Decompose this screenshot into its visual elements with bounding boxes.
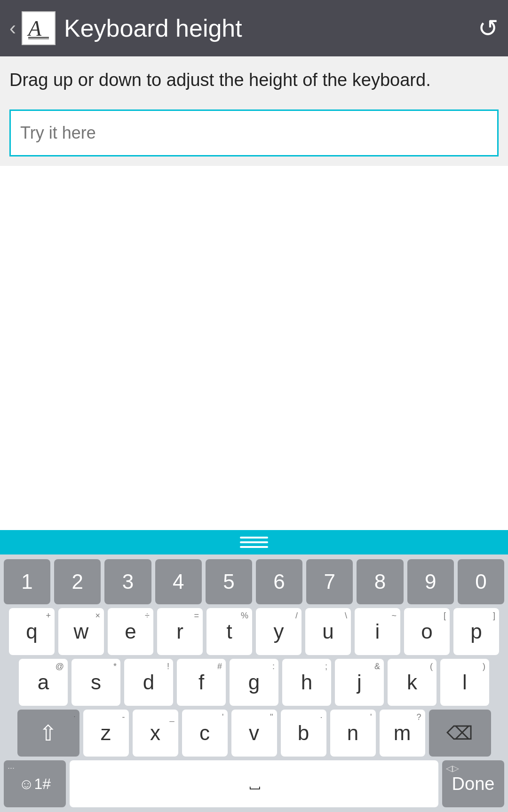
key-m[interactable]: ?m (380, 710, 425, 757)
key-sub-z: - (122, 712, 125, 722)
key-sub-x: _ (169, 712, 174, 722)
number-key-8[interactable]: 8 (357, 559, 403, 604)
key-sub-c: ' (222, 712, 223, 722)
key-u[interactable]: \u (305, 608, 351, 655)
number-key-7[interactable]: 7 (306, 559, 353, 604)
zxcv-row: ·⇧-z_x'c"v·b'n?m⌫ (4, 710, 504, 757)
drag-line-2 (240, 541, 268, 543)
key-sub-b: · (320, 712, 322, 722)
key-j[interactable]: &j (335, 659, 384, 706)
key-sub-u: \ (345, 611, 347, 621)
key-z[interactable]: -z (83, 710, 129, 757)
key-sub-q: + (46, 611, 51, 621)
key-f[interactable]: #f (177, 659, 226, 706)
key-sub-r: = (194, 611, 199, 621)
input-area (0, 102, 508, 166)
space-row: ··· ☺1# ⎵ ◁▷ Done (4, 760, 504, 807)
back-button[interactable]: ‹ (9, 17, 16, 39)
key-n[interactable]: 'n (330, 710, 376, 757)
description-text: Drag up or down to adjust the height of … (0, 56, 508, 102)
done-key[interactable]: ◁▷ Done (442, 760, 504, 807)
number-key-3[interactable]: 3 (104, 559, 151, 604)
key-w[interactable]: ×w (58, 608, 104, 655)
page-title: Keyboard height (64, 14, 478, 42)
svg-text:A: A (27, 16, 42, 40)
number-key-4[interactable]: 4 (155, 559, 202, 604)
keyboard-drag-handle[interactable] (0, 530, 508, 554)
done-label: Done (452, 774, 495, 794)
key-sub-h: ; (325, 662, 327, 671)
qwerty-row: +q×w÷e=r%t/y\u~i[o]p (4, 608, 504, 655)
key-sub-y: / (295, 611, 298, 621)
key-sub-m: ? (416, 712, 421, 722)
key-sub-g: : (272, 662, 275, 671)
content-spacer (0, 166, 508, 530)
key-g[interactable]: :g (230, 659, 278, 706)
header: ‹ A Keyboard height ↺ (0, 0, 508, 56)
key-r[interactable]: =r (157, 608, 203, 655)
key-v[interactable]: "v (231, 710, 277, 757)
number-key-5[interactable]: 5 (206, 559, 252, 604)
key-sub-p: ] (493, 611, 495, 621)
key-y[interactable]: /y (256, 608, 302, 655)
key-s[interactable]: *s (71, 659, 120, 706)
key-sub-j: & (374, 662, 380, 671)
key-b[interactable]: ·b (281, 710, 326, 757)
key-c[interactable]: 'c (182, 710, 228, 757)
key-sub-d: ! (167, 662, 169, 671)
delete-key[interactable]: ⌫ (429, 710, 491, 757)
key-sub-o: [ (444, 611, 446, 621)
key-sub-s: * (113, 662, 117, 671)
number-key-1[interactable]: 1 (4, 559, 50, 604)
key-sub-v: " (270, 712, 273, 722)
key-d[interactable]: !d (124, 659, 173, 706)
special-label: ☺1# (19, 775, 51, 793)
space-key[interactable]: ⎵ (70, 760, 438, 807)
key-sub-w: × (95, 611, 100, 621)
key-i[interactable]: ~i (355, 608, 400, 655)
key-sub-t: % (241, 611, 248, 621)
key-t[interactable]: %t (206, 608, 252, 655)
drag-lines (240, 537, 268, 548)
key-e[interactable]: ÷e (108, 608, 153, 655)
reset-button[interactable]: ↺ (478, 14, 499, 42)
key-sub-l: ) (483, 662, 485, 671)
space-underline-icon: ⎵ (250, 774, 258, 794)
shift-key[interactable]: ·⇧ (17, 710, 79, 757)
number-key-9[interactable]: 9 (407, 559, 454, 604)
key-a[interactable]: @a (19, 659, 68, 706)
key-p[interactable]: ]p (453, 608, 499, 655)
drag-line-1 (240, 537, 268, 539)
number-key-2[interactable]: 2 (54, 559, 101, 604)
key-sub-i: ~ (391, 611, 397, 621)
key-sub-e: ÷ (145, 611, 150, 621)
font-icon: A (26, 16, 51, 40)
delete-icon: ⌫ (446, 722, 473, 744)
number-row: 1234567890 (4, 559, 504, 604)
try-input[interactable] (9, 109, 499, 156)
app-icon: A (22, 11, 56, 45)
number-key-0[interactable]: 0 (458, 559, 504, 604)
drag-line-3 (240, 546, 268, 548)
shift-icon: ⇧ (39, 720, 57, 746)
asdf-row: @a*s!d#f:g;h&j(k)l (4, 659, 504, 706)
key-sub-k: ( (430, 662, 433, 671)
key-sub-f: # (217, 662, 222, 671)
key-q[interactable]: +q (9, 608, 55, 655)
keyboard: 1234567890 +q×w÷e=r%t/y\u~i[o]p @a*s!d#f… (0, 554, 508, 812)
key-l[interactable]: )l (440, 659, 489, 706)
number-key-6[interactable]: 6 (256, 559, 302, 604)
key-x[interactable]: _x (133, 710, 178, 757)
key-k[interactable]: (k (388, 659, 437, 706)
key-sub-n: ' (370, 712, 372, 722)
key-o[interactable]: [o (404, 608, 450, 655)
special-key[interactable]: ··· ☺1# (4, 760, 66, 807)
key-h[interactable]: ;h (282, 659, 331, 706)
key-sub-a: @ (56, 662, 64, 671)
